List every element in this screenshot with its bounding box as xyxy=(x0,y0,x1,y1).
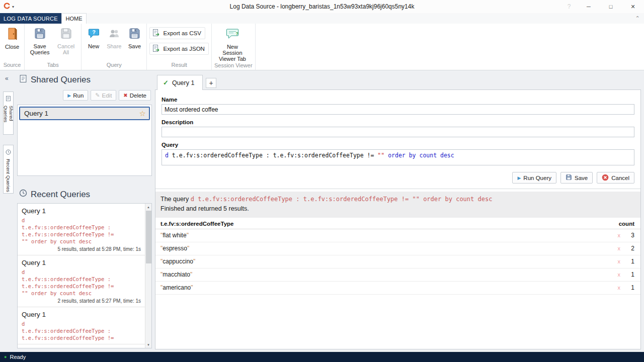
description-input[interactable] xyxy=(162,127,634,137)
shared-query-list-item[interactable]: Query 1 ☆ xyxy=(19,107,150,120)
edit-button[interactable]: ✎ Edit xyxy=(91,90,116,101)
save-query-button[interactable]: Save xyxy=(125,25,144,49)
recent-query-text: t.e.fv:s:orderedCoffeeType != xyxy=(22,334,141,341)
favorite-star-icon[interactable]: ☆ xyxy=(139,109,146,118)
new-session-viewer-tab-button[interactable]: ? New Session Viewer Tab xyxy=(214,25,251,62)
query-string: "" xyxy=(377,152,384,159)
workspace: « Shared Queries Recent Queries Share xyxy=(0,70,644,352)
recent-query-item[interactable]: Query 1 d t.e.fv:s:orderedCoffeeType : t… xyxy=(18,204,145,255)
run-query-button[interactable]: ▶ Run Query xyxy=(512,172,556,184)
cell-value: americano xyxy=(163,284,191,291)
recent-query-text: d xyxy=(22,217,141,224)
description-label: Description xyxy=(162,119,634,125)
save-queries-button[interactable]: Save Queries xyxy=(27,25,52,55)
window-title: Log Data Source - longberry_baristas_1n5… xyxy=(0,3,644,10)
table-row[interactable]: "flat white" x 3 xyxy=(155,229,640,242)
ribbon-group-label-source: Source xyxy=(3,61,22,70)
cell-count: 3 xyxy=(626,232,634,239)
query-editor-panel: ✓ Query 1 + Name Description Query d t.e… xyxy=(155,73,641,349)
export-json-button[interactable]: Export as JSON xyxy=(149,43,208,55)
new-query-bubble-icon: ? xyxy=(88,27,100,42)
minimize-button[interactable]: ─ xyxy=(578,0,600,13)
results-table-header: t.e.fv:s:orderedCoffeeType count xyxy=(155,218,640,229)
new-query-button[interactable]: ? New xyxy=(84,25,103,49)
floppy-disk-icon xyxy=(34,27,46,42)
cell-count: 1 xyxy=(626,258,634,265)
status-text: Ready xyxy=(10,354,26,360)
recent-query-item[interactable]: Query 1 d t.e.fv:s:orderedCoffeeType : t… xyxy=(18,255,145,307)
column-header-coffee-type[interactable]: t.e.fv:s:orderedCoffeeType xyxy=(160,221,614,227)
column-header-count[interactable]: count xyxy=(614,221,634,227)
ribbon-group-result: Export as CSV Export as JSON Result xyxy=(147,24,211,70)
new-query-label: New xyxy=(88,43,99,49)
table-row[interactable]: "americano" x 1 xyxy=(155,282,640,295)
ribbon-group-label-tabs: Tabs xyxy=(27,61,78,70)
session-bubble-icon: ? xyxy=(225,27,239,42)
recent-query-name: Query 1 xyxy=(22,311,141,318)
recent-queries-panel: Query 1 d t.e.fv:s:orderedCoffeeType : t… xyxy=(17,203,152,348)
ribbon-collapse-icon[interactable]: ⌃ xyxy=(631,13,644,24)
recent-queries-scrollbar[interactable]: ▲ ▼ xyxy=(145,204,151,348)
export-file-icon xyxy=(152,29,160,38)
query-label: Query xyxy=(162,142,634,148)
quick-access-dropdown-icon[interactable]: ▾ xyxy=(12,5,14,9)
close-source-button[interactable]: Close xyxy=(3,25,22,50)
help-button[interactable]: ? xyxy=(560,0,578,13)
share-query-label: Share xyxy=(107,43,121,49)
save-button[interactable]: Save xyxy=(560,172,593,184)
recent-query-text: d xyxy=(22,268,141,276)
recent-query-text: t.e.fv:s:orderedCoffeeType != xyxy=(22,283,141,290)
delete-x-icon: ✖ xyxy=(123,93,127,98)
cancel-button[interactable]: Cancel xyxy=(597,172,634,184)
vertical-tab-recent-queries[interactable]: Recent Queries xyxy=(3,145,14,194)
export-csv-button[interactable]: Export as CSV xyxy=(149,27,205,39)
table-row[interactable]: "espresso" x 2 xyxy=(155,242,640,255)
collapse-sidebar-icon[interactable]: « xyxy=(5,75,17,82)
table-row[interactable]: "cappuccino" x 1 xyxy=(155,255,640,268)
maximize-button[interactable]: □ xyxy=(600,0,622,13)
exclude-row-icon[interactable]: x xyxy=(618,272,621,278)
recent-query-text: t.e.fv:s:orderedCoffeeType : xyxy=(22,327,141,334)
scroll-down-icon[interactable]: ▼ xyxy=(145,341,151,348)
recent-query-item[interactable]: Query 1 d t.e.fv:s:orderedCoffeeType : t… xyxy=(18,307,145,344)
tab-home[interactable]: HOME xyxy=(61,13,87,24)
delete-button[interactable]: ✖ Delete xyxy=(119,90,151,101)
tab-query-1[interactable]: ✓ Query 1 xyxy=(157,75,203,90)
result-message-query: d t.e.fv:s:orderedCoffeeType : t.e.fv:s:… xyxy=(191,196,493,203)
file-tab-log-data-source[interactable]: LOG DATA SOURCE xyxy=(0,13,61,24)
new-tab-button[interactable]: + xyxy=(206,78,216,88)
recent-query-text: t.e.fv:s:orderedCoffeeType : xyxy=(22,276,141,283)
side-strip: « Shared Queries Recent Queries xyxy=(0,70,17,352)
cancel-all-label: Cancel All xyxy=(56,43,76,55)
cancel-all-button[interactable]: Cancel All xyxy=(53,25,78,55)
recent-query-meta: 2 results, started at 5:27 PM, time: 1s xyxy=(22,298,141,304)
cell-value: espresso xyxy=(163,245,187,252)
delete-button-label: Delete xyxy=(130,93,146,99)
tab-query-1-label: Query 1 xyxy=(172,79,194,86)
query-input[interactable]: d t.e.fv:s:orderedCoffeeType : t.e.fv:s:… xyxy=(162,149,634,165)
quote-mark: " xyxy=(190,271,192,278)
share-people-icon xyxy=(108,27,120,42)
save-query-label: Save xyxy=(128,43,141,49)
export-file-icon xyxy=(152,44,160,53)
share-query-button[interactable]: Share xyxy=(104,25,124,49)
exclude-row-icon[interactable]: x xyxy=(618,258,621,264)
cancel-circle-icon xyxy=(602,174,609,182)
shared-queries-list: Query 1 ☆ xyxy=(17,105,152,176)
vertical-tab-shared-queries[interactable]: Shared Queries xyxy=(3,92,14,135)
run-button[interactable]: ▶ Run xyxy=(63,90,88,101)
name-input[interactable] xyxy=(162,104,634,115)
cell-value: macchiato xyxy=(163,271,190,278)
ribbon-group-label-session-viewer: Session Viewer xyxy=(214,62,253,70)
table-row[interactable]: "macchiato" x 1 xyxy=(155,268,640,282)
exclude-row-icon[interactable]: x xyxy=(618,245,621,251)
ribbon-group-source: Close Source xyxy=(0,24,25,70)
run-query-label: Run Query xyxy=(523,175,551,181)
scroll-up-icon[interactable]: ▲ xyxy=(145,204,151,210)
window-close-button[interactable]: ✕ xyxy=(622,0,644,13)
scrollbar-thumb[interactable] xyxy=(146,211,151,263)
quote-mark: " xyxy=(187,245,189,252)
exclude-row-icon[interactable]: x xyxy=(618,232,621,238)
exclude-row-icon[interactable]: x xyxy=(618,285,621,291)
status-dot-icon: ● xyxy=(4,354,7,359)
